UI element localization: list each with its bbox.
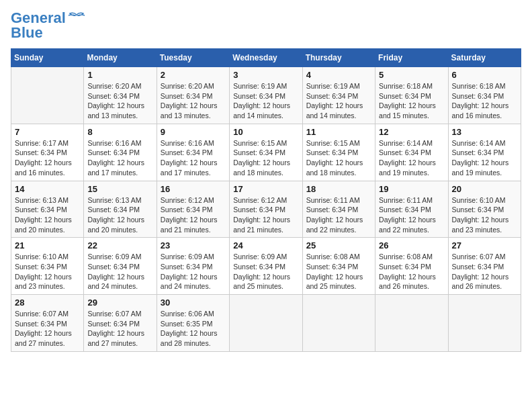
day-info: Sunrise: 6:13 AMSunset: 6:34 PMDaylight:…	[15, 195, 80, 235]
day-number: 14	[15, 184, 80, 194]
day-number: 12	[379, 127, 444, 137]
calendar-cell: 6Sunrise: 6:18 AMSunset: 6:34 PMDaylight…	[448, 67, 521, 124]
day-number: 5	[379, 70, 444, 80]
day-info: Sunrise: 6:16 AMSunset: 6:34 PMDaylight:…	[161, 138, 226, 178]
calendar-cell: 12Sunrise: 6:14 AMSunset: 6:34 PMDayligh…	[375, 124, 448, 181]
calendar-cell: 9Sunrise: 6:16 AMSunset: 6:34 PMDaylight…	[157, 124, 229, 181]
logo: General Blue	[11, 11, 86, 40]
calendar-table: SundayMondayTuesdayWednesdayThursdayFrid…	[11, 48, 521, 352]
week-row-5: 28Sunrise: 6:07 AMSunset: 6:34 PMDayligh…	[11, 295, 521, 352]
day-info: Sunrise: 6:10 AMSunset: 6:34 PMDaylight:…	[15, 252, 80, 291]
weekday-header-tuesday: Tuesday	[157, 49, 229, 67]
calendar-cell: 25Sunrise: 6:08 AMSunset: 6:34 PMDayligh…	[302, 238, 375, 295]
week-row-4: 21Sunrise: 6:10 AMSunset: 6:34 PMDayligh…	[11, 238, 521, 295]
day-number: 13	[452, 127, 517, 137]
day-info: Sunrise: 6:08 AMSunset: 6:34 PMDaylight:…	[379, 252, 444, 291]
calendar-cell: 21Sunrise: 6:10 AMSunset: 6:34 PMDayligh…	[11, 238, 84, 295]
day-info: Sunrise: 6:11 AMSunset: 6:34 PMDaylight:…	[379, 195, 444, 235]
day-info: Sunrise: 6:06 AMSunset: 6:35 PMDaylight:…	[161, 309, 226, 349]
day-info: Sunrise: 6:07 AMSunset: 6:34 PMDaylight:…	[87, 309, 152, 349]
calendar-cell: 3Sunrise: 6:19 AMSunset: 6:34 PMDaylight…	[230, 67, 302, 124]
weekday-header-row: SundayMondayTuesdayWednesdayThursdayFrid…	[11, 49, 521, 67]
day-info: Sunrise: 6:20 AMSunset: 6:34 PMDaylight:…	[161, 81, 226, 121]
day-info: Sunrise: 6:10 AMSunset: 6:34 PMDaylight:…	[452, 195, 517, 235]
day-number: 26	[379, 240, 444, 250]
weekday-header-wednesday: Wednesday	[230, 49, 302, 67]
day-info: Sunrise: 6:08 AMSunset: 6:34 PMDaylight:…	[306, 252, 371, 291]
weekday-header-friday: Friday	[375, 49, 448, 67]
logo-text: General Blue	[11, 11, 66, 40]
calendar-cell	[448, 295, 521, 352]
day-number: 8	[87, 127, 152, 137]
calendar-cell: 8Sunrise: 6:16 AMSunset: 6:34 PMDaylight…	[84, 124, 157, 181]
day-number: 30	[161, 298, 226, 308]
day-info: Sunrise: 6:18 AMSunset: 6:34 PMDaylight:…	[452, 81, 517, 121]
day-number: 22	[87, 240, 152, 250]
calendar-cell: 11Sunrise: 6:15 AMSunset: 6:34 PMDayligh…	[302, 124, 375, 181]
day-number: 6	[452, 70, 517, 80]
day-number: 18	[306, 184, 371, 194]
calendar-cell: 22Sunrise: 6:09 AMSunset: 6:34 PMDayligh…	[84, 238, 157, 295]
day-number: 19	[379, 184, 444, 194]
day-number: 11	[306, 127, 371, 137]
calendar-cell: 14Sunrise: 6:13 AMSunset: 6:34 PMDayligh…	[11, 181, 84, 238]
calendar-cell: 4Sunrise: 6:19 AMSunset: 6:34 PMDaylight…	[302, 67, 375, 124]
day-number: 25	[306, 240, 371, 250]
day-number: 2	[161, 70, 226, 80]
calendar-cell: 5Sunrise: 6:18 AMSunset: 6:34 PMDaylight…	[375, 67, 448, 124]
week-row-1: 1Sunrise: 6:20 AMSunset: 6:34 PMDaylight…	[11, 67, 521, 124]
calendar-cell: 27Sunrise: 6:07 AMSunset: 6:34 PMDayligh…	[448, 238, 521, 295]
day-info: Sunrise: 6:11 AMSunset: 6:34 PMDaylight:…	[306, 195, 371, 235]
calendar-cell: 28Sunrise: 6:07 AMSunset: 6:34 PMDayligh…	[11, 295, 84, 352]
day-info: Sunrise: 6:19 AMSunset: 6:34 PMDaylight:…	[233, 81, 298, 121]
day-number: 20	[452, 184, 517, 194]
day-number: 7	[15, 127, 80, 137]
day-number: 4	[306, 70, 371, 80]
day-info: Sunrise: 6:09 AMSunset: 6:34 PMDaylight:…	[87, 252, 152, 291]
day-info: Sunrise: 6:12 AMSunset: 6:34 PMDaylight:…	[233, 195, 298, 235]
weekday-header-sunday: Sunday	[11, 49, 84, 67]
day-number: 3	[233, 70, 298, 80]
calendar-cell: 10Sunrise: 6:15 AMSunset: 6:34 PMDayligh…	[230, 124, 302, 181]
calendar-cell: 23Sunrise: 6:09 AMSunset: 6:34 PMDayligh…	[157, 238, 229, 295]
day-info: Sunrise: 6:09 AMSunset: 6:34 PMDaylight:…	[161, 252, 226, 291]
day-info: Sunrise: 6:20 AMSunset: 6:34 PMDaylight:…	[87, 81, 152, 121]
logo-bird-icon	[67, 12, 86, 27]
day-info: Sunrise: 6:15 AMSunset: 6:34 PMDaylight:…	[306, 138, 371, 178]
calendar-cell	[230, 295, 302, 352]
calendar-cell: 1Sunrise: 6:20 AMSunset: 6:34 PMDaylight…	[84, 67, 157, 124]
calendar-cell: 13Sunrise: 6:14 AMSunset: 6:34 PMDayligh…	[448, 124, 521, 181]
day-number: 16	[161, 184, 226, 194]
calendar-cell: 16Sunrise: 6:12 AMSunset: 6:34 PMDayligh…	[157, 181, 229, 238]
calendar-cell: 26Sunrise: 6:08 AMSunset: 6:34 PMDayligh…	[375, 238, 448, 295]
day-info: Sunrise: 6:18 AMSunset: 6:34 PMDaylight:…	[379, 81, 444, 121]
week-row-3: 14Sunrise: 6:13 AMSunset: 6:34 PMDayligh…	[11, 181, 521, 238]
day-info: Sunrise: 6:12 AMSunset: 6:34 PMDaylight:…	[161, 195, 226, 235]
calendar-cell: 18Sunrise: 6:11 AMSunset: 6:34 PMDayligh…	[302, 181, 375, 238]
calendar-cell: 20Sunrise: 6:10 AMSunset: 6:34 PMDayligh…	[448, 181, 521, 238]
week-row-2: 7Sunrise: 6:17 AMSunset: 6:34 PMDaylight…	[11, 124, 521, 181]
day-number: 29	[87, 298, 152, 308]
weekday-header-saturday: Saturday	[448, 49, 521, 67]
day-number: 15	[87, 184, 152, 194]
calendar-cell: 2Sunrise: 6:20 AMSunset: 6:34 PMDaylight…	[157, 67, 229, 124]
day-number: 23	[161, 240, 226, 250]
day-number: 17	[233, 184, 298, 194]
day-info: Sunrise: 6:17 AMSunset: 6:34 PMDaylight:…	[15, 138, 80, 178]
calendar-cell: 17Sunrise: 6:12 AMSunset: 6:34 PMDayligh…	[230, 181, 302, 238]
calendar-cell: 24Sunrise: 6:09 AMSunset: 6:34 PMDayligh…	[230, 238, 302, 295]
day-number: 24	[233, 240, 298, 250]
day-info: Sunrise: 6:14 AMSunset: 6:34 PMDaylight:…	[379, 138, 444, 178]
weekday-header-monday: Monday	[84, 49, 157, 67]
calendar-cell: 30Sunrise: 6:06 AMSunset: 6:35 PMDayligh…	[157, 295, 229, 352]
day-number: 9	[161, 127, 226, 137]
day-number: 21	[15, 240, 80, 250]
day-number: 10	[233, 127, 298, 137]
calendar-cell: 19Sunrise: 6:11 AMSunset: 6:34 PMDayligh…	[375, 181, 448, 238]
calendar-cell	[302, 295, 375, 352]
logo-blue: Blue	[11, 24, 43, 41]
weekday-header-thursday: Thursday	[302, 49, 375, 67]
day-info: Sunrise: 6:14 AMSunset: 6:34 PMDaylight:…	[452, 138, 517, 178]
day-info: Sunrise: 6:09 AMSunset: 6:34 PMDaylight:…	[233, 252, 298, 291]
day-info: Sunrise: 6:16 AMSunset: 6:34 PMDaylight:…	[87, 138, 152, 178]
